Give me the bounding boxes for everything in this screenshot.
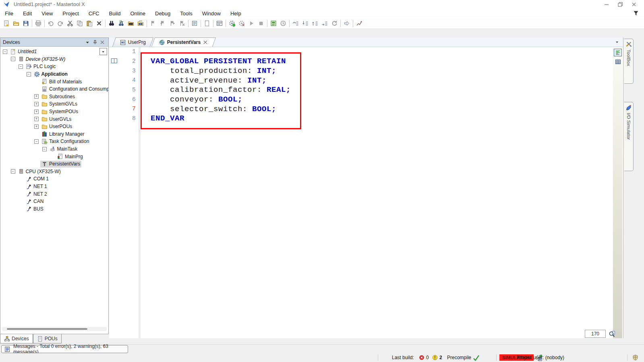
code-line-6[interactable]: conveyor: BOOL; [141,95,616,104]
funnel-icon[interactable] [633,10,639,17]
editor-zoom-box[interactable]: 170 [585,330,606,338]
dock-tab-toolbox[interactable]: ToolBox [624,39,634,84]
close-icon[interactable] [99,39,106,46]
properties-button[interactable] [190,19,199,28]
new-project-button[interactable] [2,19,11,28]
tree-item-task-configuration[interactable]: −Task Configuration [34,138,90,145]
tree-item-plc-logic[interactable]: −PLC Logic [19,63,57,70]
collapse-expander[interactable]: − [27,72,31,77]
collapse-expander[interactable]: − [11,57,15,61]
collapse-expander[interactable]: − [3,50,7,54]
tree-item-can[interactable]: CAN [19,198,45,205]
menu-window[interactable]: Window [197,9,226,18]
print-button[interactable] [33,19,43,28]
tree-item-net-1[interactable]: NET 1 [19,183,48,190]
code-line-1[interactable] [141,47,616,57]
code-line-5[interactable]: calibration_factor: REAL; [141,85,616,95]
clear-bookmarks-button[interactable] [177,19,187,28]
replace-button[interactable] [116,19,126,28]
tree-item-net-2[interactable]: NET 2 [19,190,48,198]
editor-tab-persistentvars[interactable]: PersistentVars [151,37,216,47]
code-line-3[interactable]: total_production: INT; [141,66,616,76]
run-to-cursor-button[interactable] [320,19,329,28]
tree-item-mainprg[interactable]: MainPrg [50,153,84,160]
tab-list-dropdown-icon[interactable] [615,39,620,45]
menu-tools[interactable]: Tools [175,9,197,18]
step-over-button[interactable] [291,19,300,28]
go-online-arrow-button[interactable] [342,19,352,28]
tree-item-subroutines[interactable]: +Subroutines [34,93,76,101]
close-button[interactable] [627,0,641,8]
magnifier-icon[interactable] [607,329,617,338]
window-position-icon[interactable] [84,39,91,46]
text-view-button[interactable] [614,49,622,56]
table-view-button[interactable] [614,58,622,66]
pin-icon[interactable] [91,39,99,46]
messages-tab[interactable]: Messages - Total 0 error(s), 2 warning(s… [1,345,128,353]
tree-item-userpous[interactable]: +UserPOUs [34,123,73,130]
cut-button[interactable] [65,19,75,28]
reset-button[interactable] [329,19,339,28]
next-bookmark-button[interactable] [168,19,177,28]
line-number[interactable]: 5 [119,85,139,95]
code-line-7[interactable]: selector_switch: BOOL; [141,104,616,114]
editor-tab-userprg[interactable]: UserPrg [112,37,153,47]
expand-expander[interactable]: + [34,102,39,106]
tree-item-application[interactable]: −Application [27,70,69,78]
input-assistant-button[interactable] [215,19,224,28]
redo-button[interactable] [56,19,65,28]
tree-item-cpu-xf325-w-[interactable]: −CPU (XF325-W) [11,168,62,176]
scrollbar-thumb[interactable] [7,328,87,330]
devices-horizontal-scrollbar[interactable] [2,327,107,331]
line-number[interactable]: 3 [119,66,139,76]
find-in-project-button[interactable] [126,19,136,28]
line-number[interactable]: 8 [119,114,139,124]
line-number[interactable]: 2 [119,57,139,66]
line-number[interactable]: 4 [119,76,139,85]
close-tab-icon[interactable] [203,39,208,45]
stop-button[interactable] [256,19,266,28]
bottom-tab-devices[interactable]: Devices [0,334,33,343]
line-number[interactable]: 1 [119,47,139,57]
minimize-button[interactable] [600,0,613,8]
code-line-2[interactable]: VAR_GLOBAL PERSISTENT RETAIN [141,57,616,66]
menu-build[interactable]: Build [104,9,126,18]
tree-item-com-1[interactable]: COM 1 [19,175,50,183]
collapse-expander[interactable]: − [19,64,23,69]
fold-marker[interactable] [111,58,117,63]
tree-item-device-xf325-w-[interactable]: −Device (XF325-W) [11,56,67,63]
menu-file[interactable]: File [0,9,18,18]
menu-project[interactable]: Project [58,9,83,18]
expand-expander[interactable]: + [34,117,39,121]
menu-cfc[interactable]: CFC [84,9,104,18]
menu-edit[interactable]: Edit [18,9,37,18]
line-number[interactable]: 7 [119,104,139,114]
tree-item-systemgvls[interactable]: +SystemGVLs [34,100,79,108]
toggle-bookmark-button[interactable] [148,19,158,28]
logout-button[interactable] [237,19,246,28]
step-out-button[interactable] [310,19,320,28]
bottom-tab-pous[interactable]: POUs [33,334,62,343]
tree-item-persistentvars[interactable]: PersistentVars [34,160,81,168]
paste-button[interactable] [85,19,94,28]
save-project-button[interactable] [21,19,31,28]
find-button[interactable] [107,19,116,28]
new-pou-button[interactable] [202,19,212,28]
tree-item-maintask[interactable]: −MainTask [42,145,79,153]
expand-expander[interactable]: + [34,94,39,99]
menu-online[interactable]: Online [125,9,150,18]
collapse-expander[interactable]: − [42,147,47,151]
tree-item-bill-of-materials[interactable]: Bill of Materials [34,78,83,85]
code-line-8[interactable]: END_VAR [141,114,616,124]
menu-help[interactable]: Help [226,9,246,18]
tree-item-untitled1[interactable]: −Untitled1 [3,48,38,56]
simulation-mode-button[interactable] [269,19,278,28]
previous-bookmark-button[interactable] [158,19,168,28]
collapse-expander[interactable]: − [11,169,15,174]
start-button[interactable] [246,19,256,28]
tree-item-library-manager[interactable]: Library Manager [34,130,85,138]
dock-tab-i-o-simulator[interactable]: I/O Simulator [624,102,634,171]
tree-item-configuration-and-consumption[interactable]: Configuration and Consumption [34,85,108,93]
menu-debug[interactable]: Debug [150,9,175,18]
line-number[interactable]: 6 [119,95,139,104]
